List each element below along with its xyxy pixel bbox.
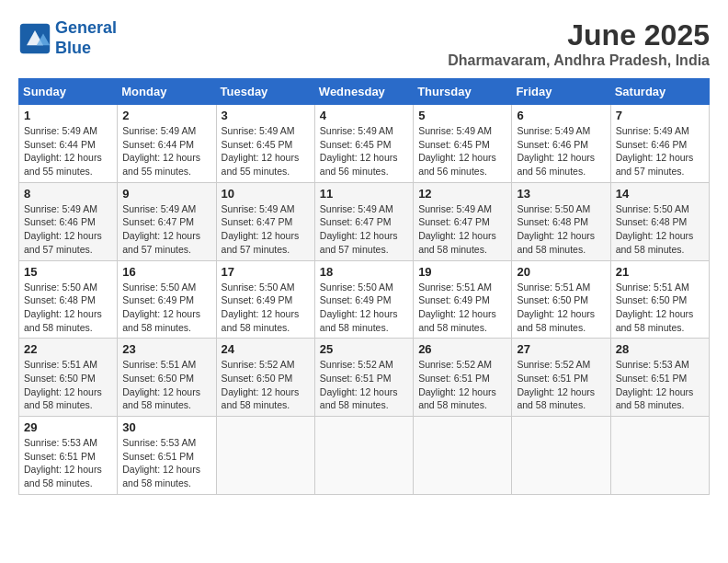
day-info: Sunrise: 5:49 AM Sunset: 6:47 PM Dayligh…	[122, 202, 210, 257]
calendar-cell: 17 Sunrise: 5:50 AM Sunset: 6:49 PM Dayl…	[216, 260, 314, 339]
day-number: 19	[418, 265, 506, 279]
calendar-cell	[414, 417, 512, 495]
day-info: Sunrise: 5:51 AM Sunset: 6:50 PM Dayligh…	[616, 281, 704, 335]
day-info: Sunrise: 5:52 AM Sunset: 6:51 PM Dayligh…	[517, 358, 605, 412]
calendar-cell: 2 Sunrise: 5:49 AM Sunset: 6:44 PM Dayli…	[118, 105, 216, 183]
calendar-cell: 21 Sunrise: 5:51 AM Sunset: 6:50 PM Dayl…	[610, 260, 709, 339]
location-title: Dharmavaram, Andhra Pradesh, India	[448, 52, 710, 69]
logo-text: General Blue	[55, 18, 117, 58]
calendar-cell: 9 Sunrise: 5:49 AM Sunset: 6:47 PM Dayli…	[118, 182, 216, 260]
calendar-week-5: 29 Sunrise: 5:53 AM Sunset: 6:51 PM Dayl…	[19, 417, 710, 495]
day-info: Sunrise: 5:50 AM Sunset: 6:48 PM Dayligh…	[616, 202, 704, 257]
calendar-cell	[314, 417, 413, 495]
header-sunday: Sunday	[19, 79, 118, 105]
calendar-cell: 26 Sunrise: 5:52 AM Sunset: 6:51 PM Dayl…	[414, 339, 512, 417]
day-number: 16	[122, 265, 210, 279]
header-saturday: Saturday	[610, 79, 709, 105]
calendar-cell: 27 Sunrise: 5:52 AM Sunset: 6:51 PM Dayl…	[512, 339, 610, 417]
calendar-cell: 12 Sunrise: 5:49 AM Sunset: 6:47 PM Dayl…	[414, 182, 512, 260]
calendar-cell: 10 Sunrise: 5:49 AM Sunset: 6:47 PM Dayl…	[216, 182, 314, 260]
day-info: Sunrise: 5:50 AM Sunset: 6:49 PM Dayligh…	[320, 281, 408, 335]
day-number: 18	[320, 265, 408, 279]
day-info: Sunrise: 5:52 AM Sunset: 6:51 PM Dayligh…	[320, 358, 408, 412]
day-info: Sunrise: 5:52 AM Sunset: 6:50 PM Dayligh…	[222, 358, 310, 412]
header-friday: Friday	[512, 79, 610, 105]
day-info: Sunrise: 5:52 AM Sunset: 6:51 PM Dayligh…	[418, 358, 506, 412]
page-header: General Blue June 2025 Dharmavaram, Andh…	[18, 18, 710, 69]
day-info: Sunrise: 5:51 AM Sunset: 6:49 PM Dayligh…	[418, 281, 506, 335]
day-number: 21	[616, 265, 704, 279]
day-number: 10	[222, 187, 310, 201]
day-number: 6	[517, 109, 605, 122]
logo: General Blue	[18, 18, 117, 58]
day-number: 13	[517, 187, 605, 201]
calendar-cell: 20 Sunrise: 5:51 AM Sunset: 6:50 PM Dayl…	[512, 260, 610, 339]
day-info: Sunrise: 5:49 AM Sunset: 6:47 PM Dayligh…	[320, 202, 408, 257]
calendar-week-1: 1 Sunrise: 5:49 AM Sunset: 6:44 PM Dayli…	[19, 105, 710, 183]
day-info: Sunrise: 5:50 AM Sunset: 6:48 PM Dayligh…	[517, 202, 605, 257]
calendar-cell: 14 Sunrise: 5:50 AM Sunset: 6:48 PM Dayl…	[610, 182, 709, 260]
day-info: Sunrise: 5:49 AM Sunset: 6:44 PM Dayligh…	[24, 124, 112, 178]
calendar-cell: 19 Sunrise: 5:51 AM Sunset: 6:49 PM Dayl…	[414, 260, 512, 339]
day-number: 2	[122, 109, 210, 122]
day-info: Sunrise: 5:49 AM Sunset: 6:47 PM Dayligh…	[222, 202, 310, 257]
day-number: 22	[24, 342, 112, 356]
day-number: 23	[122, 342, 210, 356]
day-info: Sunrise: 5:49 AM Sunset: 6:45 PM Dayligh…	[418, 124, 506, 178]
calendar-week-2: 8 Sunrise: 5:49 AM Sunset: 6:46 PM Dayli…	[19, 182, 710, 260]
day-number: 5	[418, 109, 506, 122]
day-number: 29	[24, 420, 112, 434]
calendar-week-3: 15 Sunrise: 5:50 AM Sunset: 6:48 PM Dayl…	[19, 260, 710, 339]
day-info: Sunrise: 5:49 AM Sunset: 6:45 PM Dayligh…	[222, 124, 310, 178]
day-number: 30	[122, 420, 210, 434]
calendar-cell: 25 Sunrise: 5:52 AM Sunset: 6:51 PM Dayl…	[314, 339, 413, 417]
day-number: 9	[122, 187, 210, 201]
day-info: Sunrise: 5:50 AM Sunset: 6:48 PM Dayligh…	[24, 281, 112, 335]
day-number: 7	[616, 109, 704, 122]
day-number: 4	[320, 109, 408, 122]
day-info: Sunrise: 5:49 AM Sunset: 6:44 PM Dayligh…	[122, 124, 210, 178]
header-tuesday: Tuesday	[216, 79, 314, 105]
calendar-cell: 28 Sunrise: 5:53 AM Sunset: 6:51 PM Dayl…	[610, 339, 709, 417]
calendar-cell	[610, 417, 709, 495]
day-number: 20	[517, 265, 605, 279]
calendar-week-4: 22 Sunrise: 5:51 AM Sunset: 6:50 PM Dayl…	[19, 339, 710, 417]
day-info: Sunrise: 5:49 AM Sunset: 6:46 PM Dayligh…	[24, 202, 112, 257]
day-info: Sunrise: 5:49 AM Sunset: 6:45 PM Dayligh…	[320, 124, 408, 178]
day-info: Sunrise: 5:49 AM Sunset: 6:46 PM Dayligh…	[616, 124, 704, 178]
calendar-cell: 18 Sunrise: 5:50 AM Sunset: 6:49 PM Dayl…	[314, 260, 413, 339]
day-info: Sunrise: 5:49 AM Sunset: 6:47 PM Dayligh…	[418, 202, 506, 257]
calendar-cell: 16 Sunrise: 5:50 AM Sunset: 6:49 PM Dayl…	[118, 260, 216, 339]
header-monday: Monday	[118, 79, 216, 105]
day-number: 25	[320, 342, 408, 356]
calendar-cell: 6 Sunrise: 5:49 AM Sunset: 6:46 PM Dayli…	[512, 105, 610, 183]
calendar-cell: 29 Sunrise: 5:53 AM Sunset: 6:51 PM Dayl…	[19, 417, 118, 495]
day-info: Sunrise: 5:49 AM Sunset: 6:46 PM Dayligh…	[517, 124, 605, 178]
calendar-cell: 23 Sunrise: 5:51 AM Sunset: 6:50 PM Dayl…	[118, 339, 216, 417]
calendar-cell: 11 Sunrise: 5:49 AM Sunset: 6:47 PM Dayl…	[314, 182, 413, 260]
day-info: Sunrise: 5:50 AM Sunset: 6:49 PM Dayligh…	[222, 281, 310, 335]
title-area: June 2025 Dharmavaram, Andhra Pradesh, I…	[448, 18, 710, 69]
day-info: Sunrise: 5:50 AM Sunset: 6:49 PM Dayligh…	[122, 281, 210, 335]
month-title: June 2025	[448, 18, 710, 52]
calendar-cell: 4 Sunrise: 5:49 AM Sunset: 6:45 PM Dayli…	[314, 105, 413, 183]
day-number: 17	[222, 265, 310, 279]
header-thursday: Thursday	[414, 79, 512, 105]
calendar-cell: 7 Sunrise: 5:49 AM Sunset: 6:46 PM Dayli…	[610, 105, 709, 183]
header-wednesday: Wednesday	[314, 79, 413, 105]
day-number: 24	[222, 342, 310, 356]
calendar-cell: 5 Sunrise: 5:49 AM Sunset: 6:45 PM Dayli…	[414, 105, 512, 183]
day-number: 15	[24, 265, 112, 279]
calendar-cell: 1 Sunrise: 5:49 AM Sunset: 6:44 PM Dayli…	[19, 105, 118, 183]
day-info: Sunrise: 5:51 AM Sunset: 6:50 PM Dayligh…	[517, 281, 605, 335]
calendar-table: Sunday Monday Tuesday Wednesday Thursday…	[18, 78, 710, 495]
calendar-cell	[512, 417, 610, 495]
day-number: 14	[616, 187, 704, 201]
calendar-cell: 3 Sunrise: 5:49 AM Sunset: 6:45 PM Dayli…	[216, 105, 314, 183]
calendar-cell: 8 Sunrise: 5:49 AM Sunset: 6:46 PM Dayli…	[19, 182, 118, 260]
day-number: 3	[222, 109, 310, 122]
calendar-cell: 30 Sunrise: 5:53 AM Sunset: 6:51 PM Dayl…	[118, 417, 216, 495]
day-number: 11	[320, 187, 408, 201]
day-info: Sunrise: 5:53 AM Sunset: 6:51 PM Dayligh…	[616, 358, 704, 412]
calendar-cell: 22 Sunrise: 5:51 AM Sunset: 6:50 PM Dayl…	[19, 339, 118, 417]
